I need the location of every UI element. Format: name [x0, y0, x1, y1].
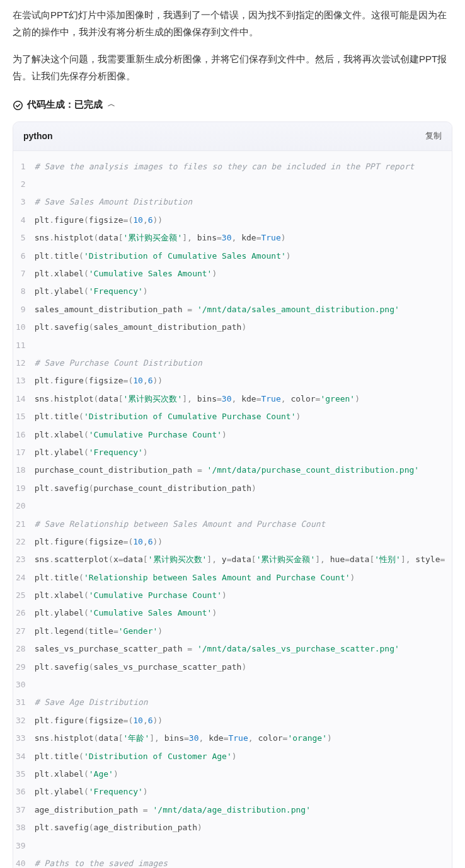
line-number: 27: [13, 622, 35, 640]
line-number: 25: [13, 587, 35, 604]
line-number: 11: [13, 336, 35, 354]
assistant-message: 在尝试向PPT幻灯片中添加图像时，我遇到了一个错误，因为找不到指定的图像文件。这…: [13, 6, 452, 84]
code-content: purchase_count_distribution_path = '/mnt…: [35, 461, 452, 479]
code-line: 16plt.xlabel('Cumulative Purchase Count'…: [13, 426, 452, 443]
line-number: 13: [13, 372, 35, 390]
code-line: 32plt.figure(figsize=(10,6)): [13, 711, 452, 729]
code-line: 6plt.title('Distribution of Cumulative S…: [13, 247, 452, 264]
code-line: 1# Save the analysis images to files so …: [13, 157, 452, 175]
code-line: 37age_distribution_path = '/mnt/data/age…: [13, 801, 452, 818]
code-content: plt.title('Relationship between Sales Am…: [35, 568, 452, 586]
code-line: 31# Save Age Distribution: [13, 694, 452, 711]
line-number: 5: [13, 229, 35, 247]
code-line: 29plt.savefig(sales_vs_purchase_scatter_…: [13, 658, 452, 675]
code-line: 20: [13, 497, 452, 515]
line-number: 8: [13, 283, 35, 300]
code-line: 30: [13, 676, 452, 694]
code-content: plt.title('Distribution of Customer Age'…: [35, 747, 452, 765]
code-content: [35, 497, 452, 515]
code-content: plt.savefig(age_distribution_path): [35, 819, 452, 837]
code-content: sales_vs_purchase_scatter_path = '/mnt/d…: [35, 640, 452, 658]
line-number: 22: [13, 533, 35, 550]
line-number: 36: [13, 783, 35, 801]
code-content: plt.figure(figsize=(10,6)): [35, 372, 452, 390]
code-line: 21# Save Relationship between Sales Amou…: [13, 515, 452, 533]
code-content: sns.histplot(data['累计购买金额'], bins=30, kd…: [35, 229, 452, 247]
code-language: python: [23, 128, 53, 144]
line-number: 31: [13, 694, 35, 711]
code-content: plt.ylabel('Cumulative Sales Amount'): [35, 604, 452, 622]
code-line: 39: [13, 837, 452, 854]
code-content: age_distribution_path = '/mnt/data/age_d…: [35, 801, 452, 818]
code-content: plt.savefig(sales_amount_distribution_pa…: [35, 318, 452, 336]
code-content: plt.xlabel('Age'): [35, 765, 452, 782]
line-number: 2: [13, 176, 35, 193]
code-content: plt.legend(title='Gender'): [35, 622, 452, 640]
code-content: sns.histplot(data['年龄'], bins=30, kde=Tr…: [35, 730, 452, 747]
code-line: 23sns.scatterplot(x=data['累计购买次数'], y=da…: [13, 551, 452, 568]
line-number: 17: [13, 443, 35, 461]
code-line: 8plt.ylabel('Frequency'): [13, 283, 452, 300]
code-line: 10plt.savefig(sales_amount_distribution_…: [13, 318, 452, 336]
code-content: # Save Purchase Count Distribution: [35, 354, 452, 371]
line-number: 9: [13, 300, 35, 318]
code-content: plt.figure(figsize=(10,6)): [35, 711, 452, 729]
code-line: 17plt.ylabel('Frequency'): [13, 443, 452, 461]
copy-button[interactable]: 复制: [425, 131, 442, 142]
code-body[interactable]: 1# Save the analysis images to files so …: [13, 151, 452, 868]
code-line: 34plt.title('Distribution of Customer Ag…: [13, 747, 452, 765]
paragraph: 在尝试向PPT幻灯片中添加图像时，我遇到了一个错误，因为找不到指定的图像文件。这…: [13, 6, 452, 40]
codegen-status[interactable]: 代码生成：已完成 ︿: [13, 96, 452, 113]
code-line: 7plt.xlabel('Cumulative Sales Amount'): [13, 265, 452, 283]
code-line: 14sns.histplot(data['累计购买次数'], bins=30, …: [13, 390, 452, 407]
code-content: plt.xlabel('Cumulative Purchase Count'): [35, 587, 452, 604]
code-line: 18purchase_count_distribution_path = '/m…: [13, 461, 452, 479]
paragraph: 为了解决这个问题，我需要重新生成分析图像，并将它们保存到文件中。然后，我将再次尝…: [13, 50, 452, 84]
code-header: python 复制: [13, 122, 452, 151]
code-content: plt.figure(figsize=(10,6)): [35, 211, 452, 228]
code-line: 24plt.title('Relationship between Sales …: [13, 568, 452, 586]
line-number: 10: [13, 318, 35, 336]
code-block: python 复制 1# Save the analysis images to…: [13, 121, 452, 868]
code-line: 35plt.xlabel('Age'): [13, 765, 452, 782]
code-line: 2: [13, 176, 452, 193]
line-number: 18: [13, 461, 35, 479]
code-content: plt.savefig(purchase_count_distribution_…: [35, 479, 452, 497]
code-line: 40# Paths to the saved images: [13, 854, 452, 868]
code-content: sns.histplot(data['累计购买次数'], bins=30, kd…: [35, 390, 452, 407]
line-number: 6: [13, 247, 35, 264]
code-line: 19plt.savefig(purchase_count_distributio…: [13, 479, 452, 497]
code-line: 33sns.histplot(data['年龄'], bins=30, kde=…: [13, 730, 452, 747]
line-number: 34: [13, 747, 35, 765]
line-number: 4: [13, 211, 35, 228]
line-number: 21: [13, 515, 35, 533]
code-line: 15plt.title('Distribution of Cumulative …: [13, 408, 452, 426]
status-label: 代码生成：已完成: [27, 96, 103, 113]
code-content: plt.figure(figsize=(10,6)): [35, 533, 452, 550]
code-content: plt.ylabel('Frequency'): [35, 443, 452, 461]
line-number: 29: [13, 658, 35, 675]
line-number: 26: [13, 604, 35, 622]
chevron-up-icon: ︿: [108, 98, 115, 111]
line-number: 33: [13, 730, 35, 747]
line-number: 19: [13, 479, 35, 497]
code-line: 9sales_amount_distribution_path = '/mnt/…: [13, 300, 452, 318]
code-line: 25plt.xlabel('Cumulative Purchase Count'…: [13, 587, 452, 604]
code-content: plt.ylabel('Frequency'): [35, 783, 452, 801]
code-content: [35, 676, 452, 694]
code-content: # Save Sales Amount Distribution: [35, 193, 452, 211]
code-content: plt.title('Distribution of Cumulative Pu…: [35, 408, 452, 426]
line-number: 35: [13, 765, 35, 782]
code-content: # Paths to the saved images: [35, 854, 452, 868]
code-line: 3# Save Sales Amount Distribution: [13, 193, 452, 211]
code-line: 22plt.figure(figsize=(10,6)): [13, 533, 452, 550]
code-content: plt.xlabel('Cumulative Purchase Count'): [35, 426, 452, 443]
line-number: 12: [13, 354, 35, 371]
check-circle-icon: [13, 99, 23, 110]
line-number: 37: [13, 801, 35, 818]
line-number: 24: [13, 568, 35, 586]
line-number: 15: [13, 408, 35, 426]
line-number: 1: [13, 157, 35, 175]
code-line: 38plt.savefig(age_distribution_path): [13, 819, 452, 837]
line-number: 7: [13, 265, 35, 283]
